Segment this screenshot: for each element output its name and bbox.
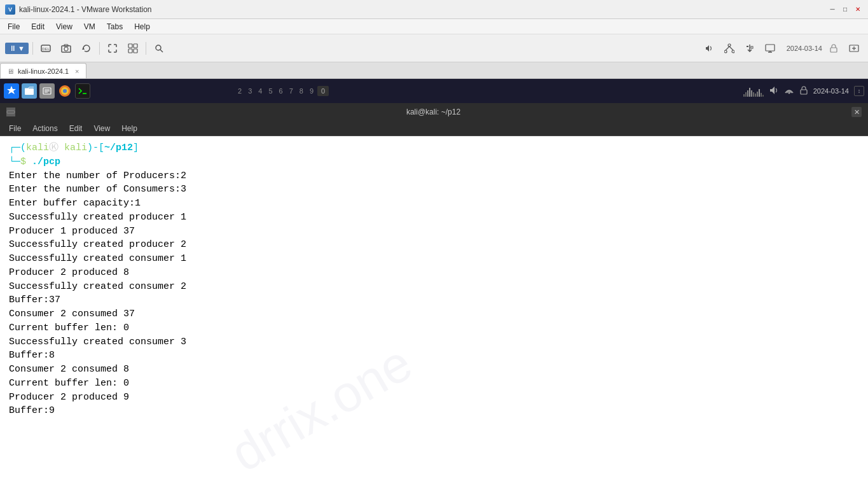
- ws-9[interactable]: 9: [307, 86, 316, 96]
- guest-area: 2 3 4 5 6 7 8 9 0: [0, 79, 868, 488]
- terminal-icon[interactable]: [75, 83, 90, 99]
- menu-vm[interactable]: VM: [79, 21, 100, 32]
- prompt-username: kali: [26, 143, 49, 153]
- output-line-15: Current buffer len: 0: [9, 377, 859, 391]
- revert-button[interactable]: [78, 39, 95, 57]
- prompt-line: ┌─(kaliⓀ kali)-[~/p12]: [9, 141, 859, 155]
- vm-tab[interactable]: 🖥 kali-linux-2024.1 ×: [0, 63, 86, 78]
- vm-tab-close[interactable]: ×: [75, 67, 79, 75]
- ws-2[interactable]: 2: [235, 86, 244, 96]
- magnify-button[interactable]: [150, 39, 168, 57]
- svg-rect-17: [747, 46, 748, 47]
- menu-tabs[interactable]: Tabs: [102, 21, 128, 32]
- vmware-toolbar: ⏸ ▼ DEL 2024-03-14: [0, 34, 868, 62]
- kali-time: 2024-03-14: [813, 87, 849, 95]
- kali-topbar-right: 2024-03-14 ↕: [743, 85, 864, 97]
- audio-level: [743, 85, 764, 97]
- svg-rect-37: [7, 111, 15, 113]
- firefox-icon[interactable]: [57, 83, 72, 99]
- prompt-open-bracket: ┌─(: [9, 143, 26, 153]
- unity-button[interactable]: [124, 39, 142, 57]
- ws-5[interactable]: 5: [266, 86, 275, 96]
- vmware-tabbar: 🖥 kali-linux-2024.1 ×: [0, 62, 868, 79]
- tmenu-view[interactable]: View: [88, 123, 115, 134]
- vm-tab-icon: 🖥: [7, 67, 14, 75]
- output-line-9: Buffer:37: [9, 293, 859, 307]
- kali-lock-icon[interactable]: [799, 86, 808, 96]
- files-icon[interactable]: [39, 83, 55, 99]
- command-line: └─$ ./pcp: [9, 155, 859, 169]
- minimize-button[interactable]: ─: [827, 4, 837, 15]
- terminal-body[interactable]: ┌─(kaliⓀ kali)-[~/p12] └─$ ./pcp Enter t…: [0, 136, 868, 488]
- tmenu-help[interactable]: Help: [116, 123, 142, 134]
- output-line-10: Consumer 2 consumed 37: [9, 307, 859, 321]
- output-line-11: Current buffer len: 0: [9, 321, 859, 335]
- prompt-dir-close: ]: [133, 143, 139, 153]
- kali-expand[interactable]: ↕: [854, 86, 864, 96]
- vmware-titlebar: V kali-linux-2024.1 - VMware Workstation…: [0, 0, 868, 19]
- svg-rect-22: [830, 48, 837, 52]
- svg-point-14: [732, 50, 734, 53]
- terminal-menu: File Actions Edit View Help: [0, 121, 868, 136]
- separator-2: [99, 42, 100, 55]
- vmware-clock: 2024-03-14: [787, 45, 822, 52]
- filemanager-icon[interactable]: [22, 83, 37, 99]
- output-line-17: Buffer:9: [9, 404, 859, 418]
- separator-1: [32, 42, 33, 55]
- menu-view[interactable]: View: [51, 21, 78, 32]
- pause-button[interactable]: ⏸ ▼: [5, 43, 29, 54]
- close-button[interactable]: ✕: [853, 4, 863, 15]
- ctrl-alt-del-button[interactable]: DEL: [37, 39, 55, 57]
- svg-rect-18: [751, 46, 753, 48]
- svg-rect-8: [128, 49, 132, 53]
- terminal-titlebar: kali@kali: ~/p12 ✕: [0, 103, 868, 121]
- svg-rect-36: [801, 90, 807, 94]
- terminal-minimize-icon[interactable]: [6, 108, 15, 116]
- menu-file[interactable]: File: [3, 21, 25, 32]
- terminal-title: kali@kali: ~/p12: [15, 108, 851, 116]
- svg-line-16: [729, 46, 733, 50]
- workspace-numbers: 2 3 4 5 6 7 8 9 0: [235, 86, 329, 96]
- audio-button[interactable]: [700, 39, 718, 57]
- tmenu-actions[interactable]: Actions: [27, 123, 62, 134]
- maximize-button[interactable]: □: [840, 4, 850, 15]
- ws-8[interactable]: 8: [297, 86, 306, 96]
- ws-3[interactable]: 3: [245, 86, 254, 96]
- vmware-menubar: File Edit View VM Tabs Help: [0, 19, 868, 34]
- output-line-6: Successfully created consumer 1: [9, 252, 859, 266]
- ws-4[interactable]: 4: [256, 86, 265, 96]
- output-line-12: Successfully created consumer 3: [9, 335, 859, 349]
- kali-network-icon[interactable]: [784, 85, 794, 97]
- separator-3: [146, 42, 146, 55]
- snapshot-button[interactable]: [57, 39, 75, 57]
- terminal-window-controls: [6, 108, 15, 116]
- ws-0-active[interactable]: 0: [317, 86, 329, 96]
- output-line-3: Successfully created producer 1: [9, 211, 859, 225]
- prompt-directory: ~/p12: [104, 143, 133, 153]
- stretch-button[interactable]: [845, 39, 863, 57]
- ws-6[interactable]: 6: [277, 86, 286, 96]
- kali-speaker-icon[interactable]: [769, 85, 779, 97]
- svg-rect-26: [25, 88, 34, 95]
- terminal-close-icon[interactable]: ✕: [851, 107, 862, 117]
- svg-rect-6: [128, 44, 132, 48]
- kali-logo[interactable]: [4, 83, 19, 99]
- output-line-5: Successfully created producer 2: [9, 238, 859, 252]
- lock-icon: [825, 39, 843, 57]
- prompt-at-sign: Ⓚ: [49, 143, 59, 153]
- svg-line-11: [160, 50, 163, 52]
- tmenu-file[interactable]: File: [4, 123, 26, 134]
- svg-point-3: [64, 47, 68, 51]
- svg-point-35: [788, 92, 790, 94]
- menu-help[interactable]: Help: [129, 21, 155, 32]
- prompt-hostname: kali: [59, 143, 87, 153]
- fullscreen-button[interactable]: [104, 39, 121, 57]
- usb-button[interactable]: [741, 39, 759, 57]
- menu-edit[interactable]: Edit: [26, 21, 50, 32]
- display-button[interactable]: [761, 39, 779, 57]
- network-button[interactable]: [720, 39, 738, 57]
- ws-7[interactable]: 7: [287, 86, 296, 96]
- tmenu-edit[interactable]: Edit: [64, 123, 88, 134]
- svg-point-12: [728, 44, 731, 46]
- svg-rect-7: [134, 44, 137, 48]
